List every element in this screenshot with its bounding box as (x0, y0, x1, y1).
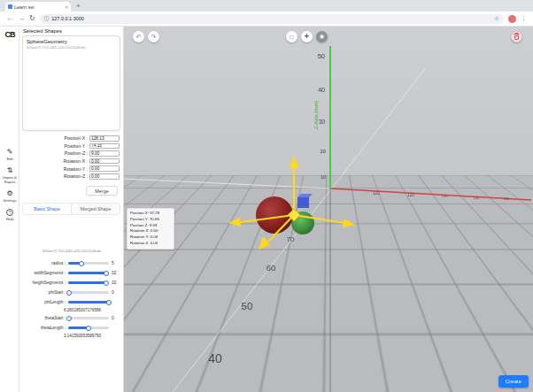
height-segments-slider[interactable] (68, 281, 109, 284)
forward-icon[interactable]: → (18, 15, 25, 22)
tooltip-line: Position Z: 9.59 (130, 223, 171, 229)
x-axis-negative-line (124, 179, 330, 188)
viewport-canvas[interactable]: 50 40 30 20 10 Z-Axis (mm) 70 60 50 40 1… (124, 27, 533, 392)
slider-label: thetaLength : (23, 326, 66, 330)
create-button[interactable]: Create (498, 375, 529, 388)
slider-handle[interactable] (66, 316, 72, 321)
width-segments-slider-row: widthSegments : 32 (19, 268, 124, 278)
phi-length-slider[interactable] (68, 301, 109, 304)
sidebar-item-label: Import & Export (0, 175, 19, 184)
position-tooltip: Position X: 97.29 Position Y: 70.66 Posi… (127, 208, 174, 250)
phi-start-slider[interactable] (68, 291, 109, 294)
theta-start-slider[interactable] (68, 317, 109, 319)
redo-button[interactable]: ↷ (148, 31, 159, 42)
position-z-input[interactable] (89, 150, 120, 157)
frame-icon: □ (290, 34, 294, 40)
position-y-input[interactable] (89, 143, 120, 150)
slider-label: widthSegments : (23, 271, 66, 275)
shape-uuid-caption: 455eee73-77e1-4402-a01f-22e152a8cdfa (19, 250, 124, 253)
slider-handle[interactable] (86, 326, 91, 331)
slider-handle[interactable] (104, 271, 109, 276)
field-label: Position-X : (64, 135, 88, 141)
reload-icon[interactable]: ↻ (29, 15, 35, 22)
settings-gear-icon: ⚙ (6, 190, 12, 197)
tooltip-line: Rotation X: 0.00 (130, 228, 171, 234)
slider-handle[interactable] (79, 261, 84, 266)
new-tab-button[interactable]: + (76, 2, 81, 10)
site-info-icon[interactable]: ⓘ (44, 16, 50, 22)
radius-slider[interactable] (68, 262, 109, 265)
shape-list-item[interactable]: SphereGeometry (27, 39, 116, 44)
orbit-icon: ◉ (320, 33, 325, 40)
slider-handle[interactable] (66, 290, 72, 296)
tooltip-line: Rotation Y: 0.00 (130, 234, 171, 241)
slider-value: 32 (112, 271, 120, 275)
field-label: Rotation-Z : (64, 173, 88, 179)
field-row: Position-Y : (19, 142, 124, 150)
merge-button[interactable]: Merge (86, 186, 118, 196)
frame-view-button[interactable]: □ (286, 31, 297, 42)
radius-slider-row: radius : 5 (19, 258, 124, 268)
slider-value: 0 (112, 290, 120, 295)
app-body: CB ✎ Edit ⇅ Import & Export ⚙ Settings ?… (0, 27, 533, 392)
orbit-view-button[interactable]: ◉ (316, 31, 328, 42)
rotation-z-input[interactable] (89, 173, 120, 180)
sidebar-item-import-export[interactable]: ⇅ Import & Export (0, 167, 19, 184)
undo-icon: ↶ (136, 34, 142, 41)
slider-handle[interactable] (104, 281, 109, 286)
z-tick-label: 30 (319, 119, 326, 125)
shape-panel: Selected Shapes SphereGeometry 455eee73-… (19, 27, 124, 392)
address-bar[interactable]: ⓘ 127.0.0.1:3000 ☆ (40, 14, 504, 24)
selected-shapes-title: Selected Shapes (23, 28, 62, 34)
theta-length-slider-row: thetaLength : (19, 323, 124, 333)
y-tick-label: 70 (287, 235, 295, 243)
position-x-input[interactable] (89, 135, 120, 142)
phi-length-slider-row: phiLength : (19, 297, 124, 307)
browser-toolbar: ← → ↻ ⓘ 127.0.0.1:3000 ☆ ⋮ (0, 12, 533, 27)
field-label: Position-Y : (65, 143, 88, 149)
z-tick-label: 20 (321, 149, 326, 154)
z-tick-label: 50 (318, 52, 325, 60)
theta-length-value: 3.141592653589793 (19, 333, 124, 339)
slider-handle[interactable] (106, 300, 112, 305)
undo-button[interactable]: ↶ (133, 31, 144, 42)
delete-button[interactable] (511, 31, 522, 42)
sidebar-item-help[interactable]: ? Help (0, 209, 19, 221)
move-view-button[interactable]: ✚ (301, 31, 313, 42)
blue-cube[interactable] (297, 194, 313, 208)
tab-basic-shape[interactable]: Basic Shape (23, 204, 72, 214)
z-axis-title: Z-Axis (mm) (313, 101, 319, 130)
url-text[interactable]: 127.0.0.1:3000 (51, 16, 491, 21)
width-segments-slider[interactable] (68, 272, 109, 274)
tab-merged-shape[interactable]: Merged Shape (72, 204, 120, 214)
sidebar-item-label: Edit (6, 157, 12, 161)
selected-shapes-list[interactable]: SphereGeometry 455eee73-77e1-4402-a01f-2… (22, 35, 120, 131)
tooltip-line: Position X: 97.29 (130, 211, 171, 217)
transform-fields: Position-X : Position-Y : Position-Z : R… (19, 135, 124, 181)
x-tick-label: 140 (474, 196, 480, 200)
rotation-x-input[interactable] (89, 158, 120, 165)
back-icon[interactable]: ← (6, 15, 13, 22)
rotation-y-input[interactable] (89, 165, 120, 172)
shape-sliders: radius : 5 widthSegments : 32 heightSegm… (19, 258, 124, 339)
browser-tab[interactable]: Learn sei × (5, 2, 71, 12)
x-tick-label: 150 (504, 197, 509, 201)
import-export-icon: ⇅ (7, 167, 13, 174)
sidebar-item-edit[interactable]: ✎ Edit (0, 149, 19, 161)
theta-length-slider[interactable] (68, 327, 109, 329)
tooltip-line: Rotation Z: 0.00 (130, 241, 171, 247)
slider-label: heightSegments : (23, 281, 66, 285)
field-label: Position-Z : (65, 150, 88, 156)
tab-favicon-icon (8, 4, 12, 9)
y-tick-label: 50 (242, 301, 253, 311)
profile-avatar[interactable] (508, 15, 516, 23)
browser-menu-icon[interactable]: ⋮ (521, 15, 527, 22)
bookmark-star-icon[interactable]: ☆ (494, 15, 499, 22)
icon-rail: CB ✎ Edit ⇅ Import & Export ⚙ Settings ?… (0, 27, 19, 392)
tab-close-icon[interactable]: × (65, 4, 68, 10)
sidebar-item-settings[interactable]: ⚙ Settings (0, 190, 19, 203)
field-row: Position-Z : (19, 150, 124, 158)
field-row: Rotation-Z : (19, 173, 124, 181)
sidebar-item-label: Help (6, 217, 14, 221)
theta-start-slider-row: thetaStart : 0 (19, 313, 124, 323)
